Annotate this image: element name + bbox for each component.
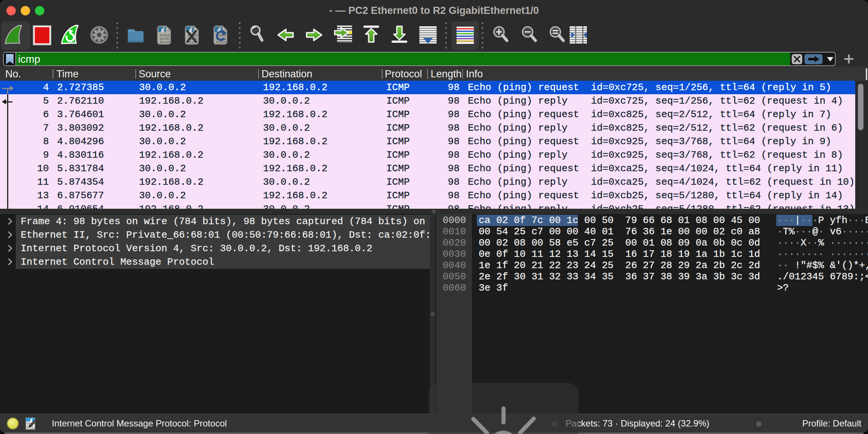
svg-text:01100: 01100 [27,427,35,430]
